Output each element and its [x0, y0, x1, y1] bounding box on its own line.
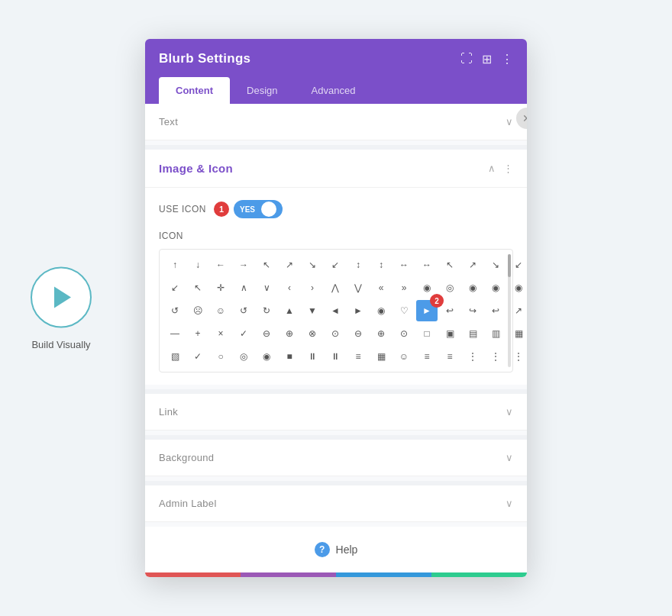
tab-content[interactable]: Content — [159, 77, 230, 104]
section-admin-label-header[interactable]: Admin Label ∨ — [145, 485, 527, 522]
icon-triangle-down[interactable]: ▼ — [302, 300, 323, 321]
icon-dots-v[interactable]: ⋮ — [462, 346, 483, 367]
icon-cross-circle[interactable]: ⊗ — [302, 323, 323, 344]
use-icon-toggle[interactable]: YES — [234, 200, 283, 218]
icon-caret-left[interactable]: ‹ — [279, 277, 300, 298]
icon-triangle-left[interactable]: ◄ — [325, 300, 346, 321]
icon-grid-scrollbar[interactable] — [508, 254, 511, 367]
icon-radio[interactable]: ◎ — [233, 346, 254, 367]
undo-button[interactable]: ↺ — [241, 572, 336, 577]
redo-button[interactable]: ↻ — [336, 572, 431, 577]
section-image-icon-header[interactable]: Image & Icon ∧ ⋮ — [145, 150, 527, 188]
help-row: ? Help — [145, 527, 527, 572]
icon-checkbox[interactable]: ✓ — [187, 346, 208, 367]
icon-undo[interactable]: ↺ — [233, 300, 254, 321]
icon-search-minus[interactable]: ⊖ — [347, 323, 369, 344]
icon-circle-dot[interactable]: ◉ — [370, 300, 392, 321]
icon-square[interactable]: □ — [416, 323, 438, 344]
icon-search-plus[interactable]: ⊕ — [370, 323, 392, 344]
icon-grid-scrollbar-thumb — [508, 254, 511, 277]
icon-sad[interactable]: ☹ — [187, 300, 208, 321]
icon-circle-empty[interactable]: ○ — [210, 346, 231, 367]
icon-caret-down2[interactable]: ⋁ — [347, 277, 369, 298]
help-text[interactable]: Help — [336, 543, 358, 556]
page-wrapper: Build Visually ✕ Blurb Settings ⛶ ⊞ ⋮ Co… — [0, 0, 672, 616]
icon-arrow-up[interactable]: ↑ — [164, 254, 186, 276]
icon-arrow-v2[interactable]: ↕ — [370, 254, 392, 276]
icon-arrow-left[interactable]: ← — [210, 254, 231, 276]
icon-square-v[interactable]: ▥ — [485, 323, 506, 344]
icon-caret-down[interactable]: ∨ — [256, 277, 277, 298]
fullscreen-icon[interactable]: ⛶ — [460, 52, 473, 66]
image-icon-more-icon[interactable]: ⋮ — [503, 163, 513, 174]
icon-arrow-h[interactable]: ↔ — [393, 254, 415, 276]
icon-check-circle[interactable]: ⊙ — [325, 323, 346, 344]
icon-circle-3[interactable]: ◉ — [462, 277, 483, 298]
icon-back-nw[interactable]: ↖ — [187, 277, 208, 298]
icon-square-h[interactable]: ▤ — [462, 323, 483, 344]
icon-pause[interactable]: ⏸ — [302, 346, 323, 367]
image-icon-collapse-icon[interactable]: ∧ — [488, 163, 496, 174]
icon-caret-up2[interactable]: ⋀ — [325, 277, 346, 298]
icon-cross[interactable]: × — [210, 323, 231, 344]
confirm-button[interactable]: ✓ — [431, 572, 527, 577]
icon-search[interactable]: ⊙ — [393, 323, 415, 344]
icon-fwd[interactable]: ↪ — [462, 300, 483, 321]
section-image-icon-content: Use Icon 1 YES Icon — [145, 188, 527, 385]
icon-triangle-up[interactable]: ▲ — [279, 300, 300, 321]
icon-arrow-ne2[interactable]: ↗ — [462, 254, 483, 276]
split-icon[interactable]: ⊞ — [482, 52, 492, 66]
more-icon[interactable]: ⋮ — [501, 52, 513, 66]
icon-list[interactable]: ≡ — [416, 346, 438, 367]
tab-advanced[interactable]: Advanced — [295, 77, 373, 104]
section-link-header[interactable]: Link ∨ — [145, 394, 527, 431]
icon-arrow-nw2[interactable]: ↖ — [439, 254, 460, 276]
use-icon-label: Use Icon — [159, 204, 206, 214]
icon-back-sw[interactable]: ↙ — [164, 277, 186, 298]
icon-list2[interactable]: ≡ — [439, 346, 460, 367]
icon-arrow-sw[interactable]: ↙ — [325, 254, 346, 276]
icon-plus[interactable]: + — [187, 323, 208, 344]
icon-arrow-down[interactable]: ↓ — [187, 254, 208, 276]
icon-arrow-nw[interactable]: ↖ — [256, 254, 277, 276]
icon-chevron-right[interactable]: » — [393, 277, 415, 298]
section-text-header[interactable]: Text ∨ — [145, 104, 527, 140]
icon-smiley[interactable]: ☺ — [393, 346, 415, 367]
icon-triangle-right[interactable]: ► — [347, 300, 369, 321]
icon-minus[interactable]: — — [164, 323, 186, 344]
icon-arrow-se[interactable]: ↘ — [302, 254, 323, 276]
icon-redo[interactable]: ↻ — [256, 300, 277, 321]
icon-reply[interactable]: ↩ — [485, 300, 506, 321]
icon-circle-4[interactable]: ◉ — [485, 277, 506, 298]
icon-happy[interactable]: ☺ — [210, 300, 231, 321]
icon-refresh[interactable]: ↺ — [164, 300, 186, 321]
icon-picker-label: Icon — [159, 231, 513, 241]
icon-arrow-se2[interactable]: ↘ — [485, 254, 506, 276]
icon-check[interactable]: ✓ — [233, 323, 254, 344]
icon-move[interactable]: ✛ — [210, 277, 231, 298]
icon-plus-circle[interactable]: ⊕ — [279, 323, 300, 344]
cancel-button[interactable]: ✕ — [145, 572, 241, 577]
icon-caret-up[interactable]: ∧ — [233, 277, 254, 298]
section-background-header[interactable]: Background ∨ — [145, 440, 527, 476]
icon-grid[interactable]: ▦ — [370, 346, 392, 367]
icon-dots-v2[interactable]: ⋮ — [485, 346, 506, 367]
icon-circle-2[interactable]: ◎ — [439, 277, 460, 298]
icon-arrow-right[interactable]: → — [233, 254, 254, 276]
icon-arrow-v[interactable]: ↕ — [347, 254, 369, 276]
tab-design[interactable]: Design — [230, 77, 294, 104]
icon-box[interactable]: ▧ — [164, 346, 186, 367]
icon-minus-circle[interactable]: ⊖ — [256, 323, 277, 344]
icon-radio-filled[interactable]: ◉ — [256, 346, 277, 367]
icon-pause2[interactable]: ⏸ — [325, 346, 346, 367]
panel-title-row: Blurb Settings ⛶ ⊞ ⋮ — [159, 51, 513, 66]
icon-arrow-ne[interactable]: ↗ — [279, 254, 300, 276]
section-admin-label-title: Admin Label — [159, 498, 217, 509]
icon-chevron-left[interactable]: « — [370, 277, 392, 298]
icon-caret-right[interactable]: › — [302, 277, 323, 298]
icon-menu[interactable]: ≡ — [347, 346, 369, 367]
icon-heart[interactable]: ♡ — [393, 300, 415, 321]
icon-square-check[interactable]: ▣ — [439, 323, 460, 344]
icon-arrow-h2[interactable]: ↔ — [416, 254, 438, 276]
icon-stop[interactable]: ■ — [279, 346, 300, 367]
